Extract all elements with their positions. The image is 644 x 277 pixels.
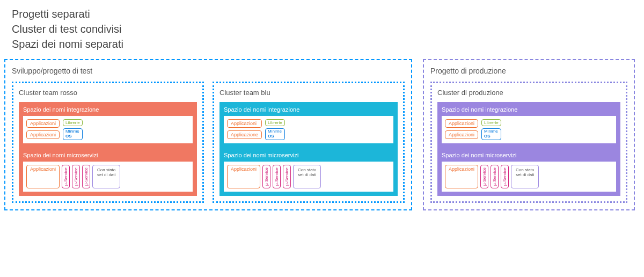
ns-microservices-inner: Applicazioni µ-Service µ-Service µ-Servi… [23, 162, 193, 192]
cluster-team-red: Cluster team rosso Spazio dei nomi integ… [12, 82, 204, 203]
heading-2: Cluster di test condivisi [12, 21, 640, 37]
service-pill: µ-Service [480, 165, 488, 188]
ns-integration-title: Spazio dei nomi integrazione [23, 106, 193, 113]
cluster-production: Cluster di produzione Spazio dei nomi in… [430, 82, 627, 203]
service-pill: µ-Service [262, 165, 270, 188]
ns-microservices-prod: Spazio dei nomi microservizi Applicazion… [437, 148, 620, 196]
ns-integration-prod: Spazio dei nomi integrazione Applicazion… [437, 102, 620, 148]
dev-clusters: Cluster team rosso Spazio dei nomi integ… [12, 82, 405, 203]
lib-pill: Librerie [63, 119, 83, 126]
service-pill: µ-Service [273, 165, 281, 188]
ns-integration-inner: Applicazioni Applicazioni Librerie Minim… [23, 116, 193, 143]
heading-3: Spazi dei nomi separati [12, 37, 640, 52]
ns-microservices-inner: Applicazioni µ-Service µ-Service µ-Servi… [442, 162, 616, 192]
app-pill: Applicazioni [26, 119, 60, 128]
ns-integration-blue: Spazio dei nomi integrazione Applicazion… [219, 102, 398, 148]
minos-pill: MinimeOS [265, 128, 285, 140]
app-pill: Applicazioni [445, 130, 478, 139]
ns-integration-inner: Applicazioni Applicazioni Librerie Minim… [442, 116, 616, 143]
service-pill: µ-Service [62, 165, 70, 188]
ns-microservices-title: Spazio dei nomi microservizi [23, 152, 193, 158]
prod-project-title: Progetto di produzione [430, 67, 627, 75]
stateful-pill: Con statoset di dati [511, 165, 539, 188]
app-pill: Applicazioni [227, 119, 262, 128]
minos-pill: MinimeOS [481, 128, 501, 140]
ns-microservices-red: Spazio dei nomi microservizi Applicazion… [19, 148, 197, 196]
service-pill: µ-Service [283, 165, 291, 188]
app-pill: Applicazioni [26, 130, 60, 139]
service-pill: µ-Service [501, 165, 509, 188]
ns-integration-title: Spazio dei nomi integrazione [224, 106, 393, 113]
lib-pill: Librerie [265, 119, 285, 126]
ns-microservices-title: Spazio dei nomi microservizi [442, 152, 616, 158]
dev-project-title: Sviluppo/progetto di test [12, 67, 405, 75]
prod-clusters: Cluster di produzione Spazio dei nomi in… [430, 82, 627, 203]
minos-pill: MinimeOS [63, 128, 83, 140]
cluster-prod-title: Cluster di produzione [437, 89, 620, 97]
ns-integration-title: Spazio dei nomi integrazione [442, 106, 616, 113]
cluster-team-blue: Cluster team blu Spazio dei nomi integra… [213, 82, 405, 203]
service-pill: µ-Service [491, 165, 499, 188]
app-pill: Applicazioni [26, 165, 60, 188]
service-pill: µ-Service [82, 165, 90, 188]
app-pill: Applicazioni [445, 119, 478, 128]
ns-integration-inner: Applicazioni Applicazione Librerie Minim… [224, 116, 393, 143]
service-pill: µ-Service [72, 165, 80, 188]
ns-microservices-inner: Applicazioni µ-Service µ-Service µ-Servi… [224, 162, 393, 192]
stateful-pill: Con statoset di dati [92, 165, 120, 188]
diagram-headings: Progetti separati Cluster di test condiv… [12, 6, 640, 52]
ns-integration-red: Spazio dei nomi integrazione Applicazion… [19, 102, 197, 148]
cluster-red-title: Cluster team rosso [19, 89, 197, 97]
ns-microservices-title: Spazio dei nomi microservizi [224, 152, 393, 158]
stateful-pill: Con statoset di dati [293, 165, 321, 188]
app-pill: Applicazioni [445, 165, 478, 188]
projects-row: Sviluppo/progetto di test Cluster team r… [4, 59, 640, 210]
app-pill: Applicazione [227, 130, 262, 139]
heading-1: Progetti separati [12, 6, 640, 21]
production-project: Progetto di produzione Cluster di produz… [423, 59, 635, 210]
cluster-blue-title: Cluster team blu [219, 89, 398, 97]
app-pill: Applicazioni [227, 165, 260, 188]
ns-microservices-blue: Spazio dei nomi microservizi Applicazion… [219, 148, 398, 196]
lib-pill: Librerie [481, 119, 501, 126]
dev-test-project: Sviluppo/progetto di test Cluster team r… [4, 59, 412, 210]
